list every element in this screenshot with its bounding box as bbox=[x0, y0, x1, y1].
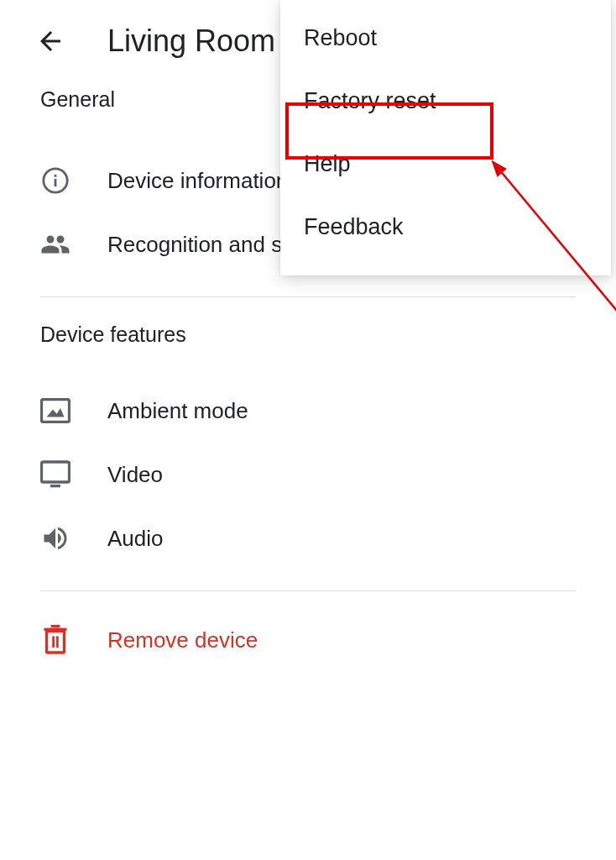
settings-item-label: Ambient mode bbox=[107, 398, 248, 424]
page-title: Living Room bbox=[107, 24, 275, 59]
divider bbox=[40, 590, 576, 591]
settings-item-ambient[interactable]: Ambient mode bbox=[0, 379, 616, 443]
svg-rect-6 bbox=[50, 485, 60, 487]
svg-rect-5 bbox=[42, 462, 70, 482]
settings-item-label: Audio bbox=[107, 526, 164, 552]
info-icon bbox=[40, 165, 70, 196]
menu-item-factory-reset[interactable]: Factory reset bbox=[280, 70, 611, 133]
section-header-device-features: Device features bbox=[0, 322, 616, 379]
overflow-menu: Reboot Factory reset Help Feedback bbox=[280, 0, 611, 275]
svg-rect-7 bbox=[47, 632, 65, 653]
svg-rect-11 bbox=[51, 625, 60, 627]
menu-item-help[interactable]: Help bbox=[280, 133, 611, 196]
volume-icon bbox=[40, 523, 70, 553]
settings-item-label: Device information bbox=[107, 168, 288, 194]
svg-marker-4 bbox=[47, 408, 65, 417]
settings-item-label: Video bbox=[107, 462, 163, 488]
remove-device-label: Remove device bbox=[107, 627, 258, 653]
remove-device-button[interactable]: Remove device bbox=[0, 616, 616, 672]
menu-item-reboot[interactable]: Reboot bbox=[280, 7, 611, 70]
svg-rect-10 bbox=[44, 628, 67, 631]
monitor-icon bbox=[40, 459, 70, 490]
settings-item-audio[interactable]: Audio bbox=[0, 506, 616, 570]
svg-rect-1 bbox=[55, 179, 57, 186]
svg-rect-9 bbox=[56, 637, 59, 648]
image-icon bbox=[40, 396, 70, 426]
arrow-left-icon bbox=[35, 26, 65, 56]
svg-rect-3 bbox=[42, 400, 70, 422]
back-button[interactable] bbox=[34, 24, 67, 58]
svg-rect-8 bbox=[52, 637, 55, 648]
svg-rect-2 bbox=[55, 175, 57, 177]
divider bbox=[40, 296, 576, 297]
menu-item-feedback[interactable]: Feedback bbox=[280, 196, 611, 259]
trash-icon bbox=[40, 625, 70, 655]
settings-item-video[interactable]: Video bbox=[0, 443, 616, 506]
people-icon bbox=[40, 229, 70, 260]
